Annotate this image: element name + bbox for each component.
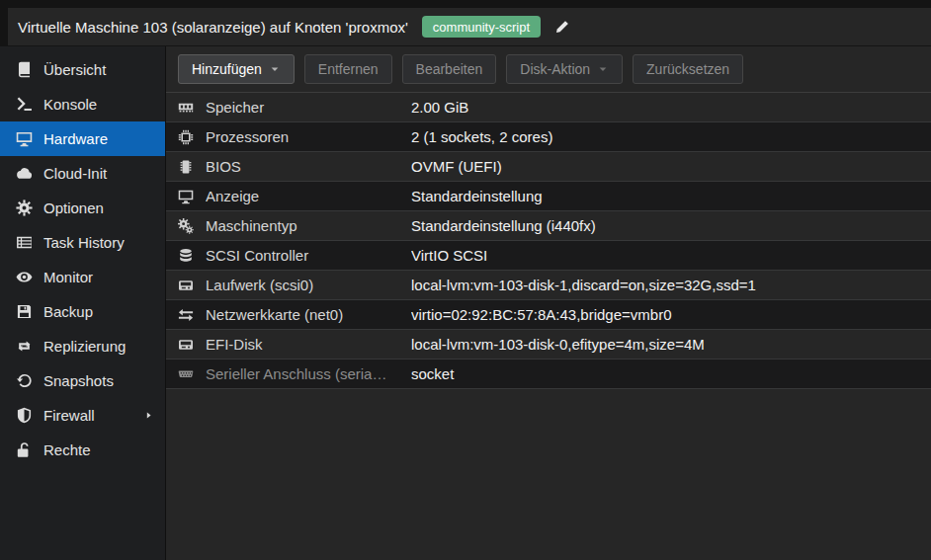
display-icon (176, 188, 196, 204)
sidebar-item-label: Monitor (43, 269, 155, 285)
hardware-row-label: Laufwerk (scsi0) (206, 277, 411, 293)
book-icon (14, 61, 34, 78)
sidebar-item-snapshots[interactable]: Snapshots (0, 363, 165, 398)
hardware-row-prozessoren[interactable]: Prozessoren2 (1 sockets, 2 cores) (166, 122, 931, 152)
sidebar-item-konsole[interactable]: Konsole (0, 87, 165, 121)
cogs-icon (176, 217, 196, 234)
button-label: Zurücksetzen (646, 61, 729, 77)
hardware-row-label: SCSI Controller (206, 247, 411, 264)
hardware-row-serieller-anschluss-seria[interactable]: Serieller Anschluss (seria…socket (166, 360, 931, 389)
sidebar-item-label: Backup (43, 303, 155, 320)
terminal-icon (14, 96, 34, 113)
sidebar-item-rechte[interactable]: Rechte (0, 433, 165, 467)
hardware-row-speicher[interactable]: Speicher2.00 GiB (166, 93, 931, 122)
button-label: Disk-Aktion (520, 61, 590, 77)
sidebar-item-firewall[interactable]: Firewall (0, 398, 165, 433)
caret-right-icon (143, 410, 155, 421)
hardware-table: Speicher2.00 GiBProzessoren2 (1 sockets,… (166, 93, 931, 389)
pencil-icon (554, 20, 569, 35)
caret-down-icon (597, 63, 609, 75)
hardware-row-label: Anzeige (206, 188, 411, 204)
hardware-row-value: Standardeinstellung (i440fx) (411, 217, 931, 234)
hardware-row-maschinentyp[interactable]: MaschinentypStandardeinstellung (i440fx) (166, 211, 931, 241)
hardware-row-anzeige[interactable]: AnzeigeStandardeinstellung (166, 182, 931, 211)
sidebar-item-label: Übersicht (43, 61, 155, 78)
microchip-icon (176, 158, 196, 175)
sidebar-item-label: Cloud-Init (43, 165, 155, 182)
sidebar-item-replizierung[interactable]: Replizierung (0, 329, 165, 363)
sidebar-item-cloud-init[interactable]: Cloud-Init (0, 156, 165, 191)
zurucksetzen-button[interactable]: Zurücksetzen (633, 54, 743, 84)
sidebar-item-label: Replizierung (43, 338, 155, 355)
button-label: Hinzufügen (192, 61, 262, 77)
hardware-row-value: local-lvm:vm-103-disk-0,efitype=4m,size=… (411, 336, 931, 353)
hardware-row-label: Speicher (206, 99, 411, 116)
hardware-row-efi-disk[interactable]: EFI-Disklocal-lvm:vm-103-disk-0,efitype=… (166, 330, 931, 360)
page-title: Virtuelle Maschine 103 (solaranzeige) au… (18, 19, 408, 36)
sidebar-item-label: Snapshots (43, 372, 155, 389)
hardware-row-scsi-controller[interactable]: SCSI ControllerVirtIO SCSI (166, 241, 931, 271)
entfernen-button[interactable]: Entfernen (304, 54, 392, 84)
button-label: Entfernen (318, 61, 379, 77)
hinzufugen-button[interactable]: Hinzufügen (178, 54, 295, 84)
sidebar-item-label: Optionen (43, 200, 155, 216)
sidebar-item-label: Hardware (43, 130, 155, 147)
hardware-row-label: Serieller Anschluss (seria… (206, 365, 411, 382)
hardware-row-value: Standardeinstellung (411, 188, 931, 204)
sidebar-item-backup[interactable]: Backup (0, 294, 165, 329)
edit-tags-button[interactable] (554, 20, 569, 35)
display-icon (14, 130, 34, 147)
hardware-row-value: VirtIO SCSI (411, 247, 931, 264)
replicate-icon (14, 338, 34, 355)
list-icon (14, 234, 34, 251)
hardware-row-label: BIOS (206, 158, 411, 175)
sidebar: ÜbersichtKonsoleHardwareCloud-InitOption… (0, 46, 166, 560)
sidebar-item-monitor[interactable]: Monitor (0, 260, 165, 294)
unlock-icon (14, 441, 34, 458)
hdd-icon (176, 277, 196, 293)
cpu-icon (176, 128, 196, 145)
database-icon (176, 247, 196, 264)
exchange-icon (176, 306, 196, 323)
eye-icon (14, 269, 34, 285)
hardware-row-value: 2 (1 sockets, 2 cores) (411, 128, 931, 145)
hardware-row-label: EFI-Disk (206, 336, 411, 353)
hardware-row-label: Netzwerkkarte (net0) (206, 306, 411, 323)
sidebar-item-hardware[interactable]: Hardware (0, 121, 165, 156)
shield-icon (14, 407, 34, 424)
sidebar-item-label: Task History (43, 234, 155, 251)
hardware-row-label: Maschinentyp (206, 217, 411, 234)
hardware-row-value: socket (411, 365, 931, 382)
sidebar-item-ubersicht[interactable]: Übersicht (0, 52, 165, 87)
sidebar-item-label: Rechte (43, 441, 155, 458)
hardware-row-bios[interactable]: BIOSOVMF (UEFI) (166, 152, 931, 182)
content-panel: HinzufügenEntfernenBearbeitenDisk-Aktion… (166, 46, 931, 560)
button-label: Bearbeiten (416, 61, 483, 77)
hardware-row-value: virtio=02:92:BC:57:8A:43,bridge=vmbr0 (411, 306, 931, 323)
floppy-icon (14, 303, 34, 320)
app-shell: ÜbersichtKonsoleHardwareCloud-InitOption… (0, 46, 931, 560)
history-icon (14, 372, 34, 389)
gear-icon (14, 200, 34, 216)
cloud-icon (14, 165, 34, 182)
hardware-row-value: 2.00 GiB (411, 99, 931, 116)
hdd-icon (176, 336, 196, 353)
hardware-row-label: Prozessoren (206, 128, 411, 145)
sidebar-item-label: Konsole (43, 96, 155, 113)
sidebar-item-task-history[interactable]: Task History (0, 225, 165, 260)
toolbar: HinzufügenEntfernenBearbeitenDisk-Aktion… (166, 46, 931, 93)
sidebar-item-label: Firewall (43, 407, 133, 424)
serial-icon (176, 365, 196, 382)
caret-down-icon (269, 63, 281, 75)
hardware-row-netzwerkkarte-net0[interactable]: Netzwerkkarte (net0)virtio=02:92:BC:57:8… (166, 300, 931, 330)
sidebar-item-optionen[interactable]: Optionen (0, 191, 165, 225)
titlebar: Virtuelle Maschine 103 (solaranzeige) au… (8, 8, 931, 45)
memory-icon (176, 99, 196, 116)
vm-tag: community-script (422, 16, 541, 38)
hardware-row-laufwerk-scsi0[interactable]: Laufwerk (scsi0)local-lvm:vm-103-disk-1,… (166, 271, 931, 300)
hardware-row-value: local-lvm:vm-103-disk-1,discard=on,size=… (411, 277, 931, 293)
disk-aktion-button[interactable]: Disk-Aktion (506, 54, 623, 84)
hardware-row-value: OVMF (UEFI) (411, 158, 931, 175)
bearbeiten-button[interactable]: Bearbeiten (402, 54, 497, 84)
